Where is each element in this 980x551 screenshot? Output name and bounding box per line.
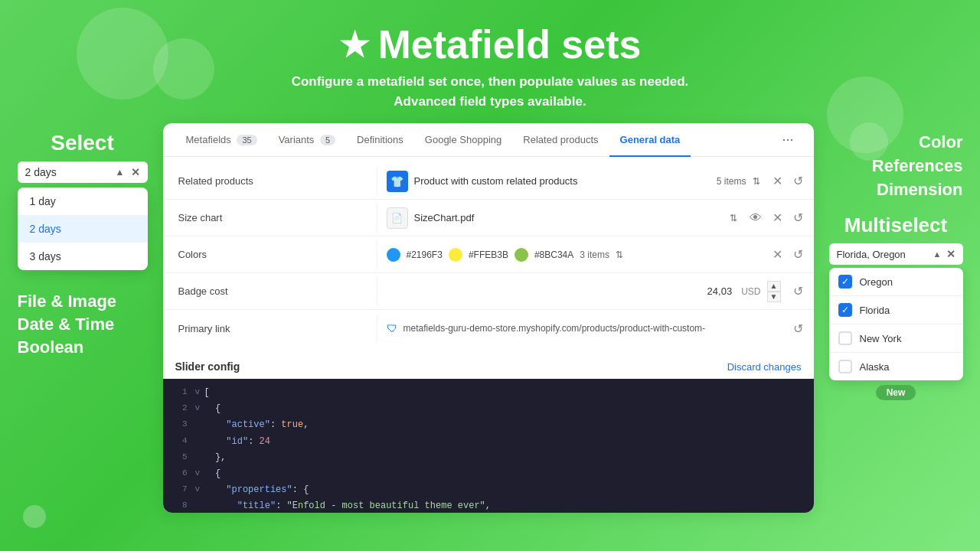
color-label: Color — [829, 131, 963, 155]
select-dropdown: 1 day 2 days 3 days — [18, 187, 148, 270]
star-icon: ★ — [339, 25, 369, 64]
code-line-1: 1 v [ — [163, 385, 814, 401]
file-icon: 📄 — [387, 207, 408, 229]
code-line-7: 7 v "properties" : { — [163, 482, 814, 498]
code-line-4: 4 "id" : 24 — [163, 434, 814, 450]
code-line-2: 2 v { — [163, 401, 814, 417]
option-label-florida: Florida — [860, 305, 890, 316]
currency-label: USD — [741, 286, 760, 297]
color-label-green: #8BC34A — [534, 249, 573, 260]
code-section-title: Slider config — [175, 360, 240, 373]
tab-general-data[interactable]: General data — [609, 123, 691, 156]
tab-variants[interactable]: Variants 5 — [268, 123, 346, 156]
clear-multiselect-button[interactable]: ✕ — [946, 248, 956, 260]
multiselect-control[interactable]: Florida, Oregon ▲ ✕ — [829, 243, 963, 265]
clear-size-chart-button[interactable]: ✕ — [769, 209, 786, 227]
code-line-6: 6 v { — [163, 466, 814, 482]
dropdown-item-3days[interactable]: 3 days — [18, 243, 148, 270]
multi-item-florida[interactable]: ✓ Florida — [829, 296, 963, 324]
select-section-label: Select — [18, 131, 148, 155]
multiselect-value: Florida, Oregon — [837, 249, 929, 260]
tabs-bar: Metafields 35 Variants 5 Definitions Goo… — [163, 123, 814, 157]
panel-card: Metafields 35 Variants 5 Definitions Goo… — [163, 123, 814, 513]
multi-item-alaska[interactable]: Alaska — [829, 353, 963, 380]
related-products-label: Related products — [163, 168, 377, 194]
primary-link-actions: ↺ — [790, 320, 814, 337]
dropdown-item-1day[interactable]: 1 day — [18, 187, 148, 215]
tab-definitions[interactable]: Definitions — [346, 123, 414, 156]
code-line-5: 5 }, — [163, 450, 814, 466]
date-time-label: Date & Time — [18, 315, 148, 334]
main-layout: Select 2 days ▲ ✕ 1 day 2 days 3 days Fi… — [0, 123, 980, 513]
color-label-blue: #2196F3 — [407, 249, 443, 260]
clear-colors-button[interactable]: ✕ — [769, 246, 786, 263]
product-icon: 👕 — [387, 171, 408, 192]
checkbox-newyork[interactable] — [838, 331, 852, 345]
sort-icon: ⇅ — [616, 249, 623, 260]
more-tabs-button[interactable]: ··· — [774, 124, 801, 155]
tab-related-products[interactable]: Related products — [512, 123, 609, 156]
stepper-down-button[interactable]: ▼ — [767, 292, 781, 302]
field-rows: Related products 👕 Product with custom r… — [163, 157, 814, 353]
dimension-label: Dimension — [829, 178, 963, 202]
multi-item-newyork[interactable]: New York — [829, 324, 963, 353]
chevron-up-icon: ▲ — [116, 167, 125, 178]
reset-colors-button[interactable]: ↺ — [790, 246, 806, 263]
related-products-value: 👕 Product with custom related products 5… — [377, 165, 769, 198]
color-label-yellow: #FFEB3B — [469, 249, 508, 260]
select-control[interactable]: 2 days ▲ ✕ — [18, 161, 148, 183]
metafields-badge: 35 — [237, 135, 256, 145]
reset-related-products-button[interactable]: ↺ — [790, 172, 806, 190]
field-row-size-chart: Size chart 📄 SizeChart.pdf ⇅ 👁 ✕ ↺ — [163, 200, 814, 236]
multi-item-oregon[interactable]: ✓ Oregon — [829, 268, 963, 296]
discard-changes-button[interactable]: Discard changes — [727, 361, 802, 373]
bg-decoration — [153, 38, 214, 99]
size-chart-label: Size chart — [163, 204, 377, 231]
tab-google-shopping[interactable]: Google Shopping — [414, 123, 512, 156]
new-badge: New — [876, 385, 916, 400]
option-label-oregon: Oregon — [860, 276, 893, 288]
related-products-actions: ✕ ↺ — [769, 172, 814, 190]
field-row-badge-cost: Badge cost 24,03 USD ▲ ▼ ↺ — [163, 273, 814, 310]
related-products-count: 5 items — [717, 176, 746, 187]
tab-metafields[interactable]: Metafields 35 — [175, 123, 268, 156]
badge-cost-value: 24,03 USD ▲ ▼ — [377, 275, 790, 308]
code-editor[interactable]: 1 v [ 2 v { 3 "active" : true , — [163, 379, 814, 513]
file-image-label: File & Image — [18, 292, 148, 311]
select-value: 2 days — [25, 166, 109, 178]
multiselect-section-label: Multiselect — [829, 214, 963, 237]
code-section-header: Slider config Discard changes — [163, 353, 814, 379]
clear-select-button[interactable]: ✕ — [131, 166, 140, 178]
badge-cost-label: Badge cost — [163, 278, 377, 305]
colors-value: #2196F3 #FFEB3B #8BC34A 3 items ⇅ — [377, 242, 769, 268]
sidebar-bottom-labels: File & Image Date & Time Boolean — [18, 292, 148, 357]
checkbox-florida[interactable]: ✓ — [838, 303, 852, 317]
amount-stepper[interactable]: ▲ ▼ — [767, 281, 781, 302]
boolean-label: Boolean — [18, 337, 148, 357]
colors-actions: ✕ ↺ — [769, 246, 814, 263]
view-size-chart-button[interactable]: 👁 — [746, 210, 765, 227]
reset-size-chart-button[interactable]: ↺ — [790, 209, 806, 227]
stepper-up-button[interactable]: ▲ — [767, 281, 781, 292]
primary-link-value: 🛡 metafields-guru-demo-store.myshopify.c… — [377, 316, 790, 341]
right-sidebar-labels: Color References Dimension — [829, 131, 963, 201]
clear-related-products-button[interactable]: ✕ — [769, 172, 786, 190]
variants-badge: 5 — [320, 135, 335, 145]
colors-label: Colors — [163, 241, 377, 268]
size-chart-value: 📄 SizeChart.pdf ⇅ — [377, 201, 746, 235]
dropdown-item-2days[interactable]: 2 days — [18, 215, 148, 243]
right-sidebar: Color References Dimension Multiselect F… — [814, 123, 978, 408]
center-panel: Metafields 35 Variants 5 Definitions Goo… — [163, 123, 814, 513]
left-sidebar: Select 2 days ▲ ✕ 1 day 2 days 3 days Fi… — [2, 123, 163, 365]
multiselect-dropdown: ✓ Oregon ✓ Florida New York Alaska — [829, 268, 963, 380]
checkbox-oregon[interactable]: ✓ — [838, 275, 852, 289]
shield-icon: 🛡 — [387, 322, 397, 334]
checkbox-alaska[interactable] — [838, 360, 852, 373]
sort-icon: ⇅ — [753, 176, 760, 187]
colors-count: 3 items — [580, 249, 609, 260]
code-line-8: 8 "title" : "Enfold - most beautiful the… — [163, 498, 814, 513]
option-label-alaska: Alaska — [860, 361, 890, 373]
size-chart-text: SizeChart.pdf — [414, 212, 724, 223]
reset-badge-cost-button[interactable]: ↺ — [790, 282, 806, 300]
reset-primary-link-button[interactable]: ↺ — [790, 320, 806, 337]
